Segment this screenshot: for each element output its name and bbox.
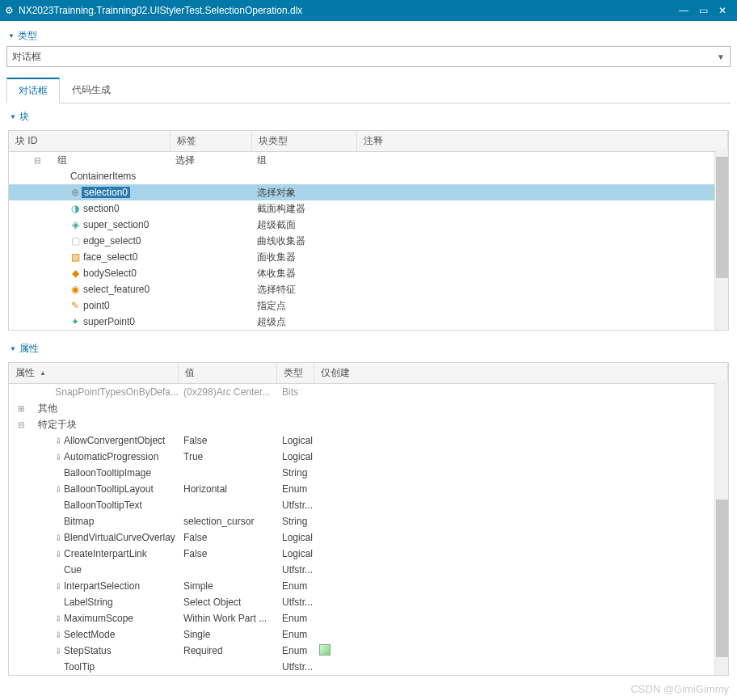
block-type-icon: ▧ — [69, 251, 82, 263]
block-id-label: superPoint0 — [82, 316, 135, 327]
prop-scrollbar-thumb[interactable] — [716, 500, 728, 657]
property-row[interactable]: ⇩AutomaticProgressionTrueLogical — [9, 449, 728, 465]
property-name-label: BalloonTooltipLayout — [64, 483, 154, 495]
block-tree-panel: 块 ID 标签 块类型 注释 ⊟组选择组 ContainerItems ⊕sel… — [8, 130, 729, 331]
block-id-label: ContainerItems — [69, 171, 136, 182]
maximize-button[interactable]: ▭ — [693, 5, 713, 16]
type-section-label: 类型 — [18, 29, 37, 43]
property-name-label: CreateInterpartLink — [64, 548, 147, 559]
property-name-label: LabelString — [64, 597, 113, 608]
gear-icon: ⚙ — [5, 5, 14, 16]
block-id-label: point0 — [82, 300, 110, 311]
type-section-header[interactable]: ▼ 类型 — [6, 26, 731, 46]
property-row[interactable]: ⇩MaximumScopeWithin Work Part ...Enum — [9, 610, 728, 626]
property-row[interactable]: Bitmapselection_cursorString — [9, 513, 728, 529]
tree-row[interactable]: ◈super_section0超级截面 — [9, 217, 728, 233]
property-row[interactable]: ⇩StepStatusRequiredEnum — [9, 643, 728, 659]
column-prop-value[interactable]: 值 — [179, 363, 277, 383]
property-icon: ⇩ — [53, 485, 64, 494]
block-id-label: 组 — [56, 154, 67, 167]
property-row[interactable]: SnapPointTypesOnByDefa...(0x298)Arc Cent… — [9, 384, 728, 400]
prop-section-label: 属性 — [19, 342, 39, 356]
property-name-label: MaximumScope — [64, 613, 133, 624]
property-icon: ⇩ — [53, 630, 64, 639]
property-body: SnapPointTypesOnByDefa...(0x298)Arc Cent… — [9, 384, 728, 675]
tree-scrollbar-thumb[interactable] — [716, 157, 728, 278]
window-title: NX2023Trainning.Trainning02.UIStylerTest… — [19, 5, 674, 16]
property-row[interactable]: BalloonTooltipTextUtfstr... — [9, 497, 728, 513]
prop-scrollbar[interactable] — [714, 382, 728, 675]
property-row[interactable]: BalloonTooltipImageString — [9, 465, 728, 481]
property-row[interactable]: ⇩AllowConvergentObjectFalseLogical — [9, 432, 728, 449]
create-only-icon — [319, 644, 331, 656]
property-name-label: ToolTip — [64, 661, 95, 673]
block-id-label: section0 — [82, 203, 120, 214]
column-block-type[interactable]: 块类型 — [252, 131, 357, 151]
block-section-header[interactable]: ▼ 块 — [8, 107, 729, 127]
property-row[interactable]: ⇩BalloonTooltipLayoutHorizontalEnum — [9, 481, 728, 497]
tree-row[interactable]: ✎point0指定点 — [9, 297, 728, 314]
tab-content: ▼ 块 块 ID 标签 块类型 注释 ⊟组选择组 ContainerItems … — [6, 103, 731, 679]
tree-row[interactable]: ▧face_select0面收集器 — [9, 249, 728, 265]
column-prop-create[interactable]: 仅创建 — [314, 363, 728, 383]
property-row[interactable]: LabelStringSelect ObjectUtfstr... — [9, 594, 728, 610]
prop-toggle[interactable]: ⊞ — [15, 404, 27, 413]
property-name-label: Cue — [64, 564, 82, 576]
column-prop-name[interactable]: 属性 ▲ — [9, 363, 179, 383]
minimize-button[interactable]: — — [674, 5, 693, 16]
block-type-icon: ⊕ — [69, 187, 82, 198]
tree-row[interactable]: ✦superPoint0超级点 — [9, 314, 728, 330]
close-button[interactable]: ✕ — [713, 5, 732, 16]
sort-asc-icon: ▲ — [40, 369, 46, 377]
tree-toggle[interactable]: ⊟ — [32, 156, 43, 165]
column-comment[interactable]: 注释 — [357, 131, 728, 151]
property-icon: ⇩ — [53, 614, 64, 623]
tree-row[interactable]: ⊟组选择组 — [9, 152, 728, 168]
property-icon: ⇩ — [53, 453, 64, 462]
collapse-icon: ▼ — [10, 345, 16, 352]
tree-row[interactable]: ⊕selection0选择对象 — [9, 184, 728, 200]
property-name-label: BalloonTooltipText — [64, 500, 142, 511]
property-name-label: BlendVirtualCurveOverlay — [64, 532, 175, 543]
block-type-icon: ✦ — [69, 316, 82, 327]
column-prop-type[interactable]: 类型 — [277, 363, 314, 383]
property-icon: ⇩ — [53, 550, 64, 559]
tree-scrollbar[interactable] — [714, 150, 728, 330]
block-tree-header: 块 ID 标签 块类型 注释 — [9, 131, 728, 152]
type-dropdown[interactable]: 对话框 ▼ — [6, 46, 731, 67]
property-row[interactable]: ToolTipUtfstr... — [9, 659, 728, 675]
prop-section-header[interactable]: ▼ 属性 — [8, 339, 729, 359]
property-row[interactable]: ⇩CreateInterpartLinkFalseLogical — [9, 546, 728, 562]
watermark: CSDN @GimiGimmy — [630, 683, 729, 695]
block-id-label: bodySelect0 — [82, 268, 137, 279]
block-id-label: super_section0 — [82, 219, 149, 230]
property-header: 属性 ▲ 值 类型 仅创建 — [9, 363, 728, 384]
column-block-id[interactable]: 块 ID — [9, 131, 171, 151]
tab-codegen[interactable]: 代码生成 — [60, 78, 123, 103]
property-row[interactable]: ⊟特定于块 — [9, 416, 728, 432]
block-type-icon: ▢ — [69, 235, 82, 247]
property-row[interactable]: ⇩InterpartSelectionSimpleEnum — [9, 578, 728, 594]
tree-row[interactable]: ▢edge_select0曲线收集器 — [9, 233, 728, 249]
tree-row[interactable]: ◉select_feature0选择特征 — [9, 281, 728, 297]
property-icon: ⇩ — [53, 436, 64, 445]
property-name-label: Bitmap — [64, 516, 94, 527]
property-name-label: 其他 — [38, 402, 57, 415]
tab-dialog[interactable]: 对话框 — [6, 78, 60, 103]
property-name-label: InterpartSelection — [64, 580, 140, 592]
property-row[interactable]: ⇩SelectModeSingleEnum — [9, 626, 728, 643]
property-row[interactable]: ⊞其他 — [9, 400, 728, 416]
tree-row[interactable]: ◑section0截面构建器 — [9, 200, 728, 217]
property-name-label: SnapPointTypesOnByDefa... — [55, 386, 179, 398]
column-label[interactable]: 标签 — [171, 131, 252, 151]
prop-toggle[interactable]: ⊟ — [15, 420, 27, 429]
block-type-icon: ◈ — [69, 219, 82, 230]
tree-row[interactable]: ContainerItems — [9, 168, 728, 184]
block-id-label: select_feature0 — [82, 284, 150, 295]
property-row[interactable]: ⇩BlendVirtualCurveOverlayFalseLogical — [9, 529, 728, 546]
block-id-label: edge_select0 — [82, 235, 141, 247]
column-prop-name-label: 属性 — [15, 366, 35, 380]
property-row[interactable]: CueUtfstr... — [9, 562, 728, 578]
property-name-label: SelectMode — [64, 629, 115, 640]
tree-row[interactable]: ◆bodySelect0体收集器 — [9, 265, 728, 281]
